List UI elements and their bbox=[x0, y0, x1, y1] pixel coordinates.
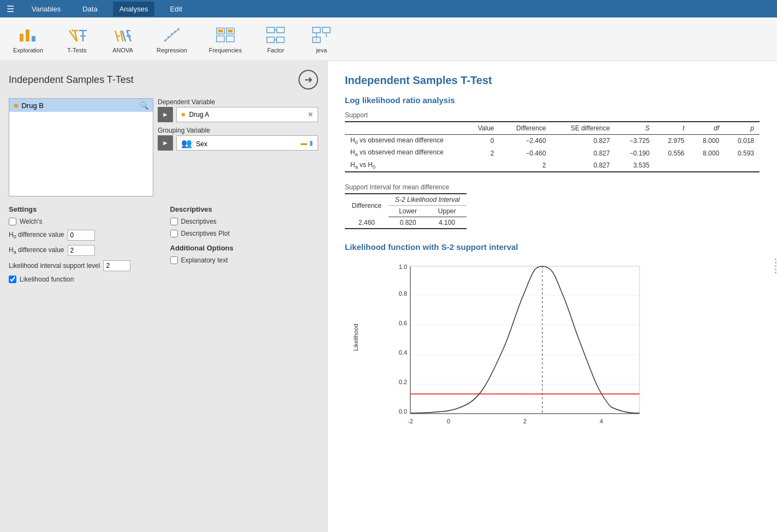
left-panel: Independent Samples T-Test ➜ ■ Drug B 🔍 … bbox=[0, 61, 327, 532]
toolbar-frequencies[interactable]: Frequencies bbox=[205, 23, 247, 56]
nav-tab-variables[interactable]: Variables bbox=[25, 2, 67, 16]
grouping-label: Grouping Variable bbox=[158, 127, 318, 134]
toolbar-factor[interactable]: Factor bbox=[259, 23, 292, 56]
h0-label: H0 difference value bbox=[9, 231, 64, 240]
descriptives-setting: Descriptives bbox=[170, 218, 319, 225]
y-axis-label: Likelihood bbox=[352, 340, 359, 351]
toolbar-exploration[interactable]: Exploration bbox=[9, 23, 47, 56]
remove-dependent-icon[interactable]: ✖ bbox=[308, 111, 313, 118]
row2-p: 0.593 bbox=[725, 147, 760, 159]
descriptives-plot-label: Descriptives Plot bbox=[181, 230, 230, 237]
frequencies-label: Frequencies bbox=[209, 47, 242, 53]
search-icon[interactable]: 🔍 bbox=[140, 101, 148, 110]
toolbar-jeva[interactable]: jeva bbox=[305, 23, 338, 56]
factor-icon bbox=[266, 25, 285, 45]
svg-text:0.6: 0.6 bbox=[399, 320, 407, 326]
explanatory-text-checkbox[interactable] bbox=[170, 256, 178, 264]
row3-p bbox=[725, 159, 760, 172]
toolbar-regression[interactable]: Regression bbox=[152, 23, 192, 56]
svg-text:0.2: 0.2 bbox=[399, 379, 407, 385]
grouping-section: Grouping Variable ► 👥 Sex ▬ ▮ bbox=[158, 127, 318, 151]
ha-input[interactable] bbox=[68, 245, 95, 256]
support-interval-label: Support Interval for mean difference bbox=[345, 183, 760, 191]
row1-se: 0.827 bbox=[552, 135, 615, 147]
settings-col: Settings Welch's H0 difference value Ha … bbox=[9, 205, 157, 288]
row1-df: 8.000 bbox=[690, 135, 725, 147]
panel-title-text: Independent Samples T-Test bbox=[9, 74, 134, 86]
svg-text:0.8: 0.8 bbox=[399, 290, 407, 297]
col-header-difference: Difference bbox=[500, 122, 552, 135]
table-row: Ha vs observed mean difference 2 −0.460 … bbox=[345, 147, 760, 159]
variable-drug-b[interactable]: ■ Drug B 🔍 bbox=[9, 99, 153, 112]
grouping-field: 👥 Sex ▬ ▮ bbox=[176, 135, 318, 151]
svg-rect-31 bbox=[267, 37, 274, 43]
additional-options-title: Additional Options bbox=[170, 244, 319, 252]
hamburger-menu[interactable]: ☰ bbox=[4, 2, 16, 16]
descriptives-col: Descriptives Descriptives Descriptives P… bbox=[170, 205, 319, 288]
interval-upper: 4.100 bbox=[427, 217, 466, 229]
col-header-label bbox=[345, 122, 465, 135]
assign-dependent-button[interactable]: ► bbox=[158, 107, 173, 122]
likelihood-fn-checkbox[interactable] bbox=[9, 276, 16, 283]
row2-se: 0.827 bbox=[552, 147, 615, 159]
dependent-row: ► ■ Drug A ✖ bbox=[158, 107, 318, 122]
col-header-value: Value bbox=[465, 122, 500, 135]
svg-rect-36 bbox=[322, 27, 330, 33]
row2-df: 8.000 bbox=[690, 147, 725, 159]
exploration-icon bbox=[19, 25, 38, 45]
svg-rect-32 bbox=[277, 37, 284, 43]
results-title: Independent Samples T-Test bbox=[345, 74, 760, 87]
likelihood-chart: 0.0 0.2 0.4 0.6 0.8 1.0 0 bbox=[383, 258, 650, 433]
svg-rect-28 bbox=[228, 29, 232, 32]
row1-s: −3.725 bbox=[615, 135, 655, 147]
welchs-checkbox[interactable] bbox=[9, 218, 16, 225]
row1-diff: −2.460 bbox=[500, 135, 552, 147]
svg-text:1.0: 1.0 bbox=[399, 264, 407, 270]
svg-rect-30 bbox=[277, 27, 284, 33]
main-layout: Independent Samples T-Test ➜ ■ Drug B 🔍 … bbox=[0, 61, 777, 532]
settings-descriptives-row: Settings Welch's H0 difference value Ha … bbox=[9, 205, 318, 288]
nav-tab-data[interactable]: Data bbox=[76, 2, 104, 16]
dependent-section: Dependent Variable ► ■ Drug A ✖ bbox=[158, 98, 318, 122]
descriptives-checkbox[interactable] bbox=[170, 218, 178, 225]
log-likelihood-table: Value Difference SE difference S t df p … bbox=[345, 121, 760, 172]
row3-value bbox=[465, 159, 500, 172]
row3-se: 0.827 bbox=[552, 159, 615, 172]
nav-tab-edit[interactable]: Edit bbox=[163, 2, 188, 16]
anova-icon bbox=[113, 25, 133, 45]
likelihood-support-input[interactable] bbox=[103, 260, 130, 271]
log-likelihood-title: Log likelihood ratio analysis bbox=[345, 95, 760, 105]
svg-rect-2 bbox=[32, 36, 35, 41]
lower-header: Lower bbox=[388, 206, 427, 217]
likelihood-support-label: Likelihood interval support level bbox=[9, 262, 100, 270]
svg-rect-26 bbox=[226, 35, 234, 41]
explanatory-text-label: Explanatory text bbox=[181, 256, 228, 264]
variable-list[interactable]: ■ Drug B 🔍 bbox=[9, 98, 153, 196]
descriptives-plot-checkbox[interactable] bbox=[170, 230, 178, 237]
vars-area: ■ Drug B 🔍 Dependent Variable ► ■ Drug A bbox=[9, 98, 318, 196]
toolbar: Exploration T-Tests bbox=[0, 17, 777, 61]
chart-svg: 0.0 0.2 0.4 0.6 0.8 1.0 0 bbox=[383, 258, 650, 433]
col-header-se-diff: SE difference bbox=[552, 122, 615, 135]
row2-label: Ha vs observed mean difference bbox=[345, 147, 465, 159]
dependent-label: Dependent Variable bbox=[158, 98, 318, 106]
toolbar-anova[interactable]: ANOVA bbox=[106, 23, 139, 56]
interval-lower: 0.820 bbox=[388, 217, 427, 229]
svg-line-14 bbox=[127, 31, 129, 36]
h0-input[interactable] bbox=[68, 230, 95, 241]
likelihood-fn-label: Likelihood function bbox=[20, 276, 74, 283]
descriptives-title: Descriptives bbox=[170, 205, 319, 213]
welchs-label: Welch's bbox=[20, 218, 42, 225]
run-analysis-button[interactable]: ➜ bbox=[298, 70, 318, 89]
assign-grouping-button[interactable]: ► bbox=[158, 135, 173, 151]
svg-rect-35 bbox=[313, 27, 320, 33]
welchs-setting: Welch's bbox=[9, 218, 157, 225]
toolbar-t-tests[interactable]: T-Tests bbox=[61, 23, 93, 56]
nav-tab-analyses[interactable]: Analyses bbox=[113, 2, 155, 16]
panel-title: Independent Samples T-Test ➜ bbox=[9, 70, 318, 89]
svg-text:-2: -2 bbox=[408, 418, 413, 425]
row3-diff: 2 bbox=[500, 159, 552, 172]
svg-rect-27 bbox=[218, 29, 223, 32]
likelihood-chart-title: Likelihood function with S-2 support int… bbox=[345, 242, 760, 252]
regression-icon bbox=[162, 25, 182, 45]
